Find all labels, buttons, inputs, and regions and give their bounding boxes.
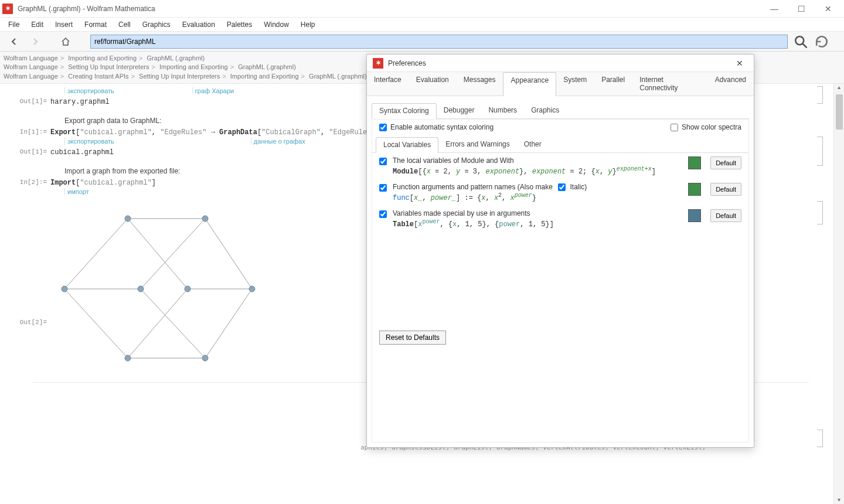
menu-format[interactable]: Format [79,19,113,30]
preferences-close-button[interactable]: ✕ [731,56,748,70]
subtab-debugger[interactable]: Debugger [437,103,482,118]
cell-bracket[interactable] [817,86,823,104]
color-swatch-2[interactable] [688,183,701,196]
menu-edit[interactable]: Edit [25,19,49,30]
show-spectra-checkbox[interactable]: Show color spectra [671,123,741,131]
svg-line-8 [64,289,128,358]
svg-line-4 [205,219,252,289]
input-code[interactable]: Import["cubical.graphml"] [50,179,156,187]
search-button[interactable] [792,34,809,49]
tab-messages[interactable]: Messages [457,72,503,96]
svg-point-16 [138,286,144,292]
crumb-item[interactable]: Setting Up Input Interpreters [68,63,149,70]
crumb-item[interactable]: Importing and Exporting [159,63,228,70]
crumb-item[interactable]: Setting Up Input Interpreters [139,73,220,80]
option-func-args: Function arguments and pattern names (Al… [372,179,748,206]
forward-button[interactable] [27,34,43,49]
crumb-item[interactable]: GraphML (.graphml) [147,55,205,62]
enable-coloring-input[interactable] [379,124,387,131]
refresh-button[interactable] [814,34,830,49]
subtab2-errors[interactable]: Errors and Warnings [438,137,517,152]
crumb-item[interactable]: Wolfram Language [4,63,58,70]
home-button[interactable] [57,34,74,49]
app-icon: ✶ [2,4,13,14]
address-input[interactable] [90,35,788,49]
back-button[interactable] [6,34,22,49]
option-module-checkbox[interactable] [379,158,387,165]
tab-internet[interactable]: Internet Connectivity [632,72,707,96]
maximize-button[interactable]: ☐ [788,0,815,18]
menu-palettes[interactable]: Palettes [221,19,258,30]
menu-window[interactable]: Window [258,19,295,30]
default-button-1[interactable]: Default [710,156,741,169]
subtab-numbers[interactable]: Numbers [481,103,524,118]
tab-appearance[interactable]: Appearance [503,72,556,96]
subtab2-local-vars[interactable]: Local Variables [376,137,438,153]
preferences-body: Enable automatic syntax coloring Show co… [372,119,749,442]
hint-label: импорт [64,188,89,195]
svg-point-0 [795,36,804,45]
option-special-vars: Variables made special by use in argumen… [372,206,748,232]
menu-help[interactable]: Help [295,19,321,30]
italic-checkbox[interactable] [558,183,566,191]
svg-line-2 [64,219,128,289]
toolbar [0,32,844,52]
crumb-item[interactable]: Wolfram Language [4,55,58,62]
default-button-3[interactable]: Default [710,209,741,222]
hint-label: экспортировать [64,138,114,145]
menu-bar: File Edit Insert Format Cell Graphics Ev… [0,18,844,32]
default-button-2[interactable]: Default [710,183,741,196]
scroll-down-icon[interactable]: ▾ [834,496,844,504]
crumb-item[interactable]: GraphML (.graphml) [309,73,367,80]
graph-output [53,207,258,373]
input-code[interactable]: Export["cubical.graphml", "EdgeRules" → … [50,128,384,137]
crumb-item[interactable]: GraphML (.graphml) [238,63,296,70]
option-func-label: Function arguments and pattern names (Al… [393,183,682,191]
subtab-syntax-coloring[interactable]: Syntax Coloring [372,103,437,119]
menu-insert[interactable]: Insert [49,19,79,30]
scroll-up-icon[interactable]: ▴ [834,84,844,94]
hint-label: граф Харари [192,87,234,94]
output-text: harary.graphml [50,98,110,106]
crumb-item[interactable]: Importing and Exporting [230,73,299,80]
crumb-item[interactable]: Creating Instant APIs [68,73,128,80]
cell-bracket[interactable] [817,137,823,166]
enable-coloring-checkbox[interactable]: Enable automatic syntax coloring [379,123,494,131]
menu-file[interactable]: File [2,19,25,30]
crumb-item[interactable]: Importing and Exporting [68,55,137,62]
close-button[interactable]: ✕ [815,0,842,18]
window-controls: — ☐ ✕ [761,0,842,18]
option-special-example: Table[xpower, {x, 1, 5}, {power, 1, 5}] [393,219,682,229]
tab-parallel[interactable]: Parallel [594,72,632,96]
scroll-thumb[interactable] [836,94,843,130]
svg-line-10 [128,289,188,358]
tab-system[interactable]: System [556,72,594,96]
show-spectra-input[interactable] [671,124,678,131]
option-func-example: func[x_, power_] := {x, x2, xpower} [393,192,682,202]
crumb-item[interactable]: Wolfram Language [4,73,58,80]
menu-cell[interactable]: Cell [113,19,137,30]
show-spectra-label: Show color spectra [682,123,741,131]
hint-label: экспортировать [64,87,114,94]
vertical-scrollbar[interactable]: ▴ ▾ [833,84,844,504]
color-swatch-3[interactable] [688,209,701,222]
minimize-button[interactable]: — [761,0,788,18]
option-special-checkbox[interactable] [379,210,387,218]
subtab2-other[interactable]: Other [517,137,549,152]
tab-interface[interactable]: Interface [367,72,409,96]
reset-defaults-button[interactable]: Reset to Defaults [379,331,446,345]
cell-bracket[interactable] [817,201,823,224]
svg-line-5 [141,219,205,289]
menu-graphics[interactable]: Graphics [137,19,176,30]
svg-point-14 [202,216,208,222]
preferences-titlebar: ✶ Preferences ✕ [367,55,754,72]
color-swatch-1[interactable] [688,156,701,169]
svg-point-18 [249,286,255,292]
option-func-checkbox[interactable] [379,184,387,192]
tab-evaluation[interactable]: Evaluation [409,72,457,96]
svg-line-9 [141,289,205,358]
menu-evaluation[interactable]: Evaluation [176,19,221,30]
tab-advanced[interactable]: Advanced [708,72,754,96]
subtab-graphics[interactable]: Graphics [524,103,566,118]
svg-line-11 [205,289,252,358]
